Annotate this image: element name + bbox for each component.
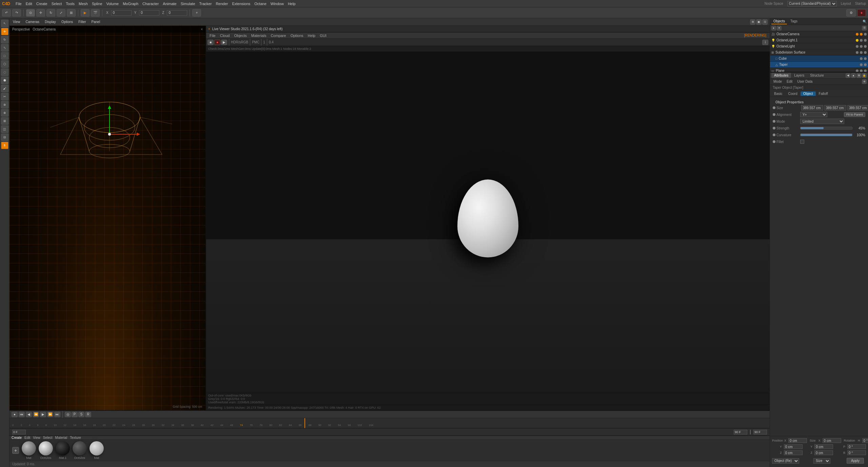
- tool-lasso[interactable]: ◌: [1, 68, 8, 76]
- panel-menu-item[interactable]: Panel: [90, 19, 102, 24]
- mat-tab-create[interactable]: Create: [12, 436, 22, 440]
- vp-icon-2[interactable]: ▣: [756, 19, 762, 25]
- menu-mesh[interactable]: Mesh: [77, 1, 89, 6]
- curvature-slider-track[interactable]: [800, 134, 852, 136]
- select-tool-btn[interactable]: ⊙: [26, 9, 35, 17]
- material-item-5[interactable]: Mat: [90, 441, 104, 460]
- menu-create[interactable]: Create: [35, 1, 49, 6]
- move-tool-btn[interactable]: ✛: [36, 9, 45, 17]
- tool-box[interactable]: □: [1, 52, 8, 60]
- obj-panel-tab-objects[interactable]: Objects: [771, 19, 787, 24]
- obj-item-subdivision[interactable]: ⊞ Subdivision Surface: [770, 49, 868, 56]
- obj-item-octane-camera[interactable]: 🎥 OctaneCamera: [770, 31, 868, 37]
- size-x-input[interactable]: [801, 105, 823, 110]
- cameras-menu-item[interactable]: Cameras: [24, 19, 41, 24]
- prop-tab-coord[interactable]: Coord: [785, 92, 800, 96]
- menu-volume[interactable]: Volume: [105, 1, 120, 6]
- attr-tab-attributes[interactable]: Attributes: [771, 73, 791, 78]
- material-item-2[interactable]: OctGlos: [39, 441, 53, 460]
- mat-tab-edit[interactable]: Edit: [24, 436, 30, 440]
- menu-edit[interactable]: Edit: [24, 1, 34, 6]
- mat-tab-material[interactable]: Material: [55, 436, 67, 440]
- obj-toolbar-btn-1[interactable]: ▸: [771, 26, 776, 31]
- obj-panel-tab-tags[interactable]: Tags: [788, 19, 800, 24]
- size-select[interactable]: Size: [813, 458, 830, 464]
- timeline-play-rev-btn[interactable]: ⏪: [33, 412, 39, 417]
- obj-item-cube[interactable]: □ Cube: [770, 56, 868, 62]
- fit-to-parent-btn[interactable]: Fit to Parent: [844, 112, 865, 117]
- transform-tool-btn[interactable]: ⊞: [67, 9, 76, 17]
- rotate-tool-btn[interactable]: ↻: [46, 9, 55, 17]
- obj-type-select[interactable]: Object (Re) World Parent: [772, 458, 799, 464]
- obj-item-light1[interactable]: 💡 OctaneLight.1: [770, 37, 868, 43]
- attr-tab-layers[interactable]: Layers: [791, 73, 807, 78]
- material-item-1[interactable]: Mat: [22, 441, 36, 460]
- prop-tab-falloff[interactable]: Falloff: [816, 92, 831, 96]
- menu-tracker[interactable]: Tracker: [198, 1, 213, 6]
- size-z-input[interactable]: [847, 105, 868, 110]
- menu-tools[interactable]: Tools: [64, 1, 76, 6]
- oct-tab-file[interactable]: File: [208, 33, 218, 38]
- mat-ball-3[interactable]: [56, 441, 70, 455]
- size-z-input-r[interactable]: [814, 450, 833, 455]
- tool-poly[interactable]: ⬡: [1, 60, 8, 68]
- render-btn[interactable]: 🎬: [91, 9, 100, 17]
- rot-h-input[interactable]: [862, 438, 868, 443]
- record-auto-btn[interactable]: ◎: [65, 412, 71, 417]
- timeline-to-start-btn[interactable]: ⏮: [19, 412, 25, 417]
- tool-live[interactable]: ⬟: [1, 77, 8, 84]
- undo-button[interactable]: ↶: [2, 9, 11, 17]
- node-space-select[interactable]: Current (Standard/Physical): [787, 1, 837, 6]
- oct-tab-compare[interactable]: Compare: [269, 33, 288, 38]
- vp-icon-3[interactable]: ⊡: [762, 19, 768, 25]
- tool-knife[interactable]: ✂: [1, 93, 8, 100]
- mat-tab-view[interactable]: View: [33, 436, 40, 440]
- snap-btn[interactable]: +: [192, 9, 201, 17]
- menu-window[interactable]: Window: [269, 1, 285, 6]
- record-pos-btn[interactable]: P: [72, 412, 78, 417]
- coord-z-input[interactable]: [167, 10, 187, 16]
- menu-render[interactable]: Render: [214, 1, 229, 6]
- oct-tab-help[interactable]: Help: [306, 33, 318, 38]
- size-y-input-r[interactable]: [814, 444, 833, 449]
- attr-mode-icon[interactable]: ⊕: [862, 79, 867, 84]
- tool-rotate[interactable]: ↻: [1, 36, 8, 43]
- tool-twist[interactable]: ⊕: [1, 109, 8, 117]
- filter-menu-item[interactable]: Filter: [77, 19, 87, 24]
- mode-select[interactable]: Limited Box Unlimited: [800, 119, 844, 124]
- menu-extensions[interactable]: Extensions: [231, 1, 252, 6]
- timeline-play-btn[interactable]: ▶: [40, 412, 46, 417]
- timeline-playhead[interactable]: [304, 418, 305, 428]
- mat-tab-select[interactable]: Select: [43, 436, 53, 440]
- mat-ball-5[interactable]: [90, 441, 104, 455]
- anim-record-btn[interactable]: ●: [857, 9, 866, 17]
- frame-end-input[interactable]: [753, 430, 767, 434]
- menu-mograph[interactable]: MoGraph: [121, 1, 140, 6]
- timeline-to-end-btn[interactable]: ⏭: [54, 412, 60, 417]
- rot-p-input[interactable]: [847, 444, 866, 449]
- oct-tab-objects[interactable]: Objects: [232, 33, 249, 38]
- size-x-input-r[interactable]: [823, 438, 841, 443]
- viewport-octane[interactable]: × Live Viewer Studio 2021.1.6-(R4) (32 d…: [206, 26, 770, 410]
- size-y-input[interactable]: [824, 105, 846, 110]
- obj-filter-btn[interactable]: ☰: [862, 26, 867, 31]
- menu-help[interactable]: Help: [287, 1, 297, 6]
- oct-tab-materials[interactable]: Materials: [249, 33, 269, 38]
- oct-rec-btn[interactable]: ●: [214, 40, 220, 45]
- attr-btn-2[interactable]: ▲: [851, 73, 856, 78]
- tool-s[interactable]: $: [1, 142, 8, 149]
- fillet-checkbox[interactable]: [800, 140, 804, 144]
- attr-tab-structure[interactable]: Structure: [807, 73, 827, 78]
- coord-x-input[interactable]: [111, 10, 132, 16]
- tool-move[interactable]: ✛: [1, 28, 8, 35]
- alignment-select[interactable]: Y+ Y- X+ X- Z+ Z-: [800, 112, 827, 117]
- vp-icon-1[interactable]: ⊞: [750, 19, 755, 25]
- tool-bevel[interactable]: ◫: [1, 125, 8, 133]
- tool-extrude[interactable]: ⊞: [1, 117, 8, 125]
- mat-tab-texture[interactable]: Texture: [70, 436, 81, 440]
- obj-item-plane[interactable]: ▭ Plane: [770, 68, 868, 72]
- display-menu-item[interactable]: Display: [43, 19, 57, 24]
- attr-mode-edit[interactable]: Edit: [785, 79, 794, 84]
- timeline-next-btn[interactable]: ⏩: [47, 412, 53, 417]
- octane-close-btn[interactable]: ×: [208, 27, 210, 31]
